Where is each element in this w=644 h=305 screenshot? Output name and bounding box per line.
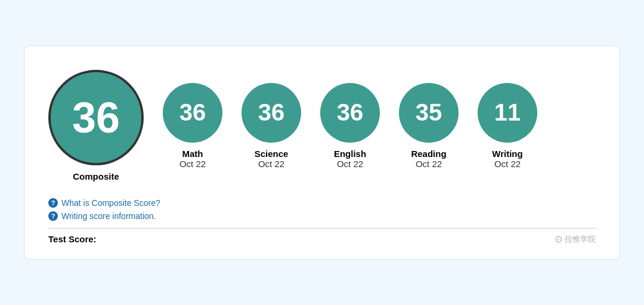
- composite-score-value: 36: [72, 93, 120, 142]
- english-circle: 36: [320, 83, 380, 143]
- science-score-value: 36: [258, 99, 285, 126]
- reading-score-item: 35 Reading Oct 22: [399, 83, 459, 169]
- english-score-item: 36 English Oct 22: [320, 83, 380, 169]
- test-score-label: Test Score:: [48, 234, 97, 244]
- scores-row: 36 Composite 36 Math Oct 22 36 Science O…: [48, 70, 596, 181]
- writing-info-link[interactable]: ? Writing score information.: [48, 211, 596, 221]
- writing-circle: 11: [478, 83, 537, 143]
- writing-subject: Writing: [492, 149, 522, 159]
- writing-date: Oct 22: [492, 159, 522, 169]
- science-score-item: 36 Science Oct 22: [242, 83, 301, 169]
- composite-info-text: What is Composite Score?: [61, 198, 160, 208]
- reading-date: Oct 22: [411, 159, 446, 169]
- reading-label: Reading Oct 22: [411, 149, 446, 169]
- english-label: English Oct 22: [334, 149, 366, 169]
- english-score-value: 36: [337, 99, 364, 126]
- reading-score-value: 35: [416, 99, 442, 126]
- math-score-item: 36 Math Oct 22: [163, 83, 222, 169]
- math-subject: Math: [179, 149, 206, 159]
- writing-info-text: Writing score information.: [61, 211, 156, 221]
- writing-score-value: 11: [494, 99, 521, 126]
- science-circle: 36: [242, 83, 301, 143]
- math-score-value: 36: [179, 99, 206, 126]
- composite-label: Composite: [73, 171, 119, 181]
- writing-info-icon: ?: [48, 211, 58, 221]
- watermark-icon: ⊙: [555, 233, 562, 245]
- composite-score-item: 36 Composite: [48, 70, 144, 181]
- writing-score-item: 11 Writing Oct 22: [478, 83, 537, 169]
- composite-circle: 36: [48, 70, 144, 165]
- watermark-text: 拉惟学院: [565, 234, 596, 245]
- science-subject: Science: [255, 149, 289, 159]
- math-label: Math Oct 22: [179, 149, 206, 169]
- composite-label-text: Composite: [73, 171, 119, 181]
- divider: [48, 228, 596, 229]
- science-date: Oct 22: [255, 159, 289, 169]
- reading-subject: Reading: [411, 149, 446, 159]
- info-links-section: ? What is Composite Score? ? Writing sco…: [48, 198, 596, 221]
- reading-circle: 35: [399, 83, 459, 143]
- composite-info-icon: ?: [48, 198, 58, 208]
- score-card: 36 Composite 36 Math Oct 22 36 Science O…: [24, 45, 620, 260]
- test-score-row: Test Score: ⊙ 拉惟学院: [48, 233, 596, 245]
- science-label: Science Oct 22: [255, 149, 289, 169]
- composite-info-link[interactable]: ? What is Composite Score?: [48, 198, 596, 208]
- writing-label: Writing Oct 22: [492, 149, 522, 169]
- math-date: Oct 22: [179, 159, 206, 169]
- watermark: ⊙ 拉惟学院: [555, 233, 596, 245]
- english-subject: English: [334, 149, 366, 159]
- math-circle: 36: [163, 83, 222, 143]
- english-date: Oct 22: [334, 159, 366, 169]
